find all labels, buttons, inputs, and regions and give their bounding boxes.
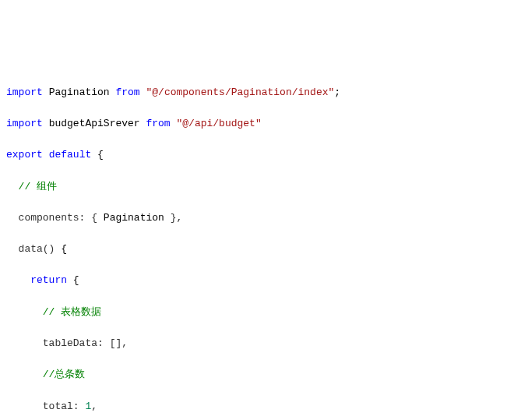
keyword-import: import [6, 86, 43, 98]
brace-open: { [73, 274, 79, 286]
comment: // 组件 [19, 181, 57, 192]
ident-pagination: Pagination [104, 212, 164, 224]
string-path: "@/components/Pagination/index" [146, 86, 334, 98]
key-tabledata: tableData: [43, 337, 104, 349]
keyword-import: import [6, 118, 43, 129]
comma: , [91, 401, 97, 412]
code-line-10: //总条数 [6, 367, 522, 383]
val-empty-array: [], [110, 337, 128, 349]
code-line-7: return { [6, 273, 522, 288]
code-block: import Pagination from "@/components/Pag… [6, 69, 522, 420]
code-line-2: import budgetApiSrever from "@/api/budge… [6, 116, 522, 132]
code-line-11: total: 1, [6, 399, 522, 415]
code-line-1: import Pagination from "@/components/Pag… [6, 85, 522, 101]
keyword-export: export [6, 149, 43, 161]
comment: // 表格数据 [43, 306, 101, 318]
string-path: "@/api/budget" [177, 118, 262, 129]
key-components: components: [19, 212, 86, 224]
code-line-5: components: { Pagination }, [6, 210, 522, 226]
key-data: data() [19, 243, 55, 255]
comment: //总条数 [43, 369, 86, 380]
code-line-3: export default { [6, 147, 522, 163]
code-line-6: data() { [6, 242, 522, 257]
ident-pagination: Pagination [49, 86, 110, 98]
keyword-default: default [49, 149, 92, 161]
keyword-from: from [146, 118, 170, 129]
code-line-8: // 表格数据 [6, 305, 522, 320]
semicolon: ; [334, 86, 340, 98]
key-total: total: [43, 401, 79, 412]
keyword-return: return [30, 274, 67, 286]
ident-budgetapi: budgetApiSrever [49, 118, 140, 129]
brace-open: { [97, 149, 104, 161]
keyword-from: from [115, 86, 139, 98]
brace-open: { [61, 243, 67, 255]
code-line-9: tableData: [], [6, 336, 522, 351]
code-line-4: // 组件 [6, 179, 522, 195]
